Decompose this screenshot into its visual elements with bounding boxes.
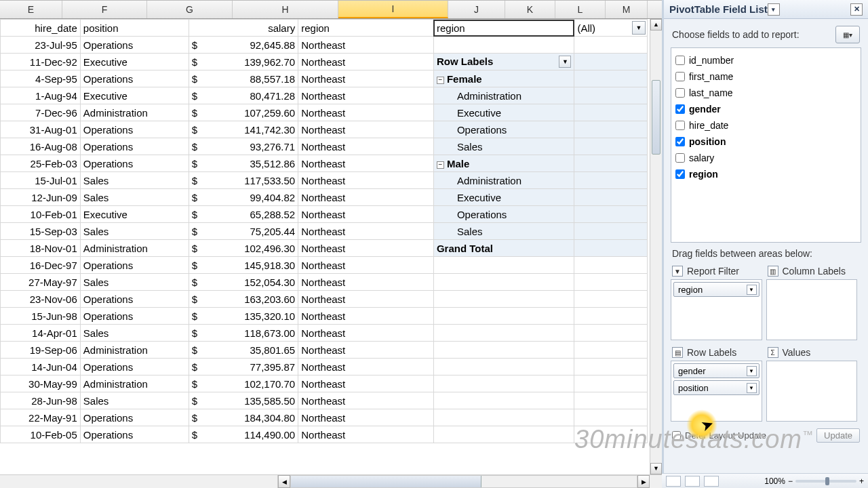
cell[interactable] [433, 426, 574, 443]
cell[interactable] [574, 223, 648, 240]
cell[interactable]: $102,496.30 [189, 240, 298, 257]
col-header-E[interactable]: E [0, 1, 62, 18]
cell[interactable]: 10-Feb-05 [1, 426, 81, 443]
cell[interactable] [574, 206, 648, 223]
col-header-L[interactable]: L [555, 1, 606, 18]
cell[interactable]: 14-Jun-04 [1, 359, 81, 375]
cell[interactable]: Executive [433, 104, 574, 121]
cell[interactable]: Operations [80, 257, 189, 274]
cell[interactable]: $102,170.70 [189, 375, 298, 392]
cell[interactable]: Operations [80, 121, 189, 138]
worksheet-grid[interactable]: hire_datepositionsalaryregionregion(All)… [0, 19, 648, 443]
cell[interactable]: Northeast [298, 392, 434, 409]
cell[interactable]: $135,320.10 [189, 308, 298, 325]
cell[interactable]: region [298, 20, 434, 37]
cell[interactable]: Sales [433, 138, 574, 155]
cell[interactable]: Northeast [298, 240, 434, 257]
cell[interactable]: Operations [80, 409, 189, 426]
cell[interactable]: $117,533.50 [189, 172, 298, 189]
cell[interactable] [433, 291, 574, 308]
cell[interactable]: $93,276.71 [189, 138, 298, 155]
hscroll-thumb[interactable] [291, 476, 481, 487]
field-region[interactable]: region [675, 166, 856, 182]
zoom-out-button[interactable]: − [788, 476, 793, 486]
cell[interactable]: $92,645.88 [189, 37, 298, 54]
col-header-I[interactable]: I [338, 1, 448, 18]
collapse-icon[interactable]: − [437, 77, 444, 84]
cell[interactable]: $65,288.52 [189, 206, 298, 223]
cell[interactable] [574, 308, 648, 325]
zoom-in-button[interactable]: + [859, 476, 864, 486]
cell[interactable]: $135,585.50 [189, 392, 298, 409]
cell[interactable]: Operations [433, 206, 574, 223]
cell[interactable]: Administration [80, 104, 189, 121]
cell[interactable] [433, 274, 574, 291]
cell[interactable]: 23-Jul-95 [1, 37, 81, 54]
field-gender[interactable]: gender [675, 101, 856, 117]
cell[interactable]: Northeast [298, 121, 434, 138]
scroll-right-button[interactable]: ▶ [637, 475, 650, 488]
cell[interactable]: Operations [80, 308, 189, 325]
cell[interactable]: $77,395.87 [189, 359, 298, 375]
cell[interactable] [433, 325, 574, 342]
cell[interactable]: 19-Sep-06 [1, 342, 81, 359]
cell[interactable] [574, 257, 648, 274]
defer-layout-checkbox[interactable] [672, 431, 681, 440]
field-checkbox[interactable] [675, 56, 685, 65]
cell[interactable]: $141,742.30 [189, 121, 298, 138]
cell[interactable] [574, 342, 648, 359]
cell[interactable]: 10-Feb-01 [1, 206, 81, 223]
cell[interactable]: 18-Nov-01 [1, 240, 81, 257]
cell[interactable]: salary [189, 20, 298, 37]
cell[interactable]: Northeast [298, 223, 434, 240]
layout-options-button[interactable]: ▦▾ [835, 26, 860, 43]
update-button[interactable]: Update [816, 428, 860, 443]
chip-dropdown[interactable]: ▼ [747, 285, 757, 295]
scroll-up-button[interactable]: ▲ [650, 19, 662, 30]
cell[interactable]: $80,471.28 [189, 87, 298, 104]
cell[interactable]: $35,801.65 [189, 342, 298, 359]
zoom-level[interactable]: 100% [764, 476, 785, 486]
cell[interactable] [574, 172, 648, 189]
cell[interactable]: Northeast [298, 359, 434, 375]
cell[interactable]: $107,259.60 [189, 104, 298, 121]
cell[interactable]: Sales [80, 223, 189, 240]
cell[interactable]: Operations [433, 121, 574, 138]
cell[interactable] [433, 257, 574, 274]
scroll-down-button[interactable]: ▼ [650, 463, 662, 474]
cell[interactable]: Executive [433, 189, 574, 206]
chip-dropdown[interactable]: ▼ [747, 383, 757, 393]
cell[interactable]: Sales [80, 325, 189, 342]
cell[interactable]: Northeast [298, 274, 434, 291]
view-pagebreak-button[interactable] [704, 476, 719, 487]
collapse-icon[interactable]: − [437, 161, 444, 169]
zoom-slider[interactable] [795, 480, 856, 483]
cell[interactable] [574, 240, 648, 257]
scroll-left-button[interactable]: ◀ [278, 475, 290, 488]
cell[interactable]: 11-Dec-92 [1, 54, 81, 70]
cell[interactable]: $163,203.60 [189, 291, 298, 308]
cell[interactable]: Northeast [298, 189, 434, 206]
cell[interactable]: Executive [80, 54, 189, 70]
cell[interactable]: Operations [80, 359, 189, 375]
cell[interactable]: −Male [433, 155, 574, 172]
cell[interactable]: Administration [80, 342, 189, 359]
cell[interactable]: $75,205.44 [189, 223, 298, 240]
row-labels-dropdown[interactable]: ▼ [559, 56, 571, 68]
vertical-scrollbar[interactable]: ▲ ▼ [650, 19, 662, 474]
cell[interactable]: position [80, 20, 189, 37]
field-list[interactable]: id_numberfirst_namelast_namegenderhire_d… [671, 47, 861, 243]
cell[interactable]: $145,918.30 [189, 257, 298, 274]
cell[interactable]: Executive [80, 87, 189, 104]
cell[interactable] [574, 392, 648, 409]
pivot-filter-field-cell[interactable]: region [433, 20, 574, 37]
cell[interactable]: 7-Dec-96 [1, 104, 81, 121]
cell[interactable] [574, 274, 648, 291]
cell[interactable]: Northeast [298, 409, 434, 426]
cell[interactable]: Northeast [298, 155, 434, 172]
cell[interactable]: Operations [80, 426, 189, 443]
cell[interactable]: 15-Jul-01 [1, 172, 81, 189]
cell[interactable] [433, 409, 574, 426]
cell[interactable]: 31-Aug-01 [1, 121, 81, 138]
col-header-J[interactable]: J [448, 1, 505, 18]
